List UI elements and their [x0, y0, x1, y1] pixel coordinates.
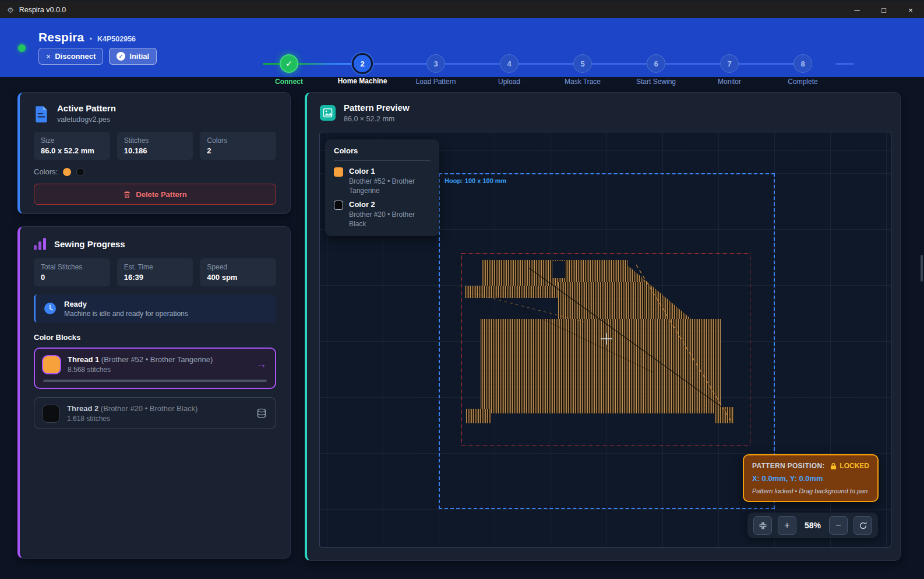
pattern-dimensions: 86.0 × 52.2 mm [344, 115, 410, 123]
preview-canvas[interactable]: Hoop: 100 x 100 mm [319, 132, 891, 548]
stat-label: Total Stitches [41, 263, 103, 271]
thread-2-swatch [43, 405, 59, 422]
stat-label: Stitches [124, 136, 186, 145]
preview-titles: Pattern Preview 86.0 × 52.2 mm [344, 103, 410, 123]
thread-texts: Thread 1 (Brother #52 • Brother Tangerin… [68, 355, 213, 374]
machine-serial: K4P502956 [97, 35, 136, 43]
brand-title: Respira [38, 30, 84, 44]
status-description: Machine is idle and ready for operations [64, 310, 188, 318]
thread-1-progress-bar [43, 380, 267, 382]
pattern-position-overlay: PATTERN POSITION: LOCKED X: 0.0mm, Y: 0.… [743, 454, 879, 502]
thread-row: Thread 1 (Brother #52 • Brother Tangerin… [43, 355, 267, 374]
brand-separator: • [89, 34, 92, 43]
legend-texts: Color 1 Brother #52 • Brother Tangerine [349, 167, 431, 195]
delete-pattern-button[interactable]: Delete Pattern [34, 184, 276, 205]
travel-stitch-lines [461, 253, 750, 445]
titlebar: ⚙ Respira v0.0.0 ─ □ × [0, 2, 924, 18]
close-button[interactable]: × [897, 2, 924, 18]
embroidery-pattern [461, 253, 750, 445]
card-title: Pattern Preview [344, 103, 410, 113]
legend-swatch-orange [334, 167, 343, 177]
zoom-level: 58% [802, 521, 823, 530]
clock-icon [44, 302, 57, 315]
stat-label: Colors [207, 136, 269, 145]
card-title: Active Pattern [57, 103, 116, 113]
legend-color-name: Color 2 [349, 200, 431, 209]
active-pattern-card: Active Pattern valetudogv2.pes Size 86.0… [17, 92, 291, 214]
legend-color-name: Color 1 [349, 167, 431, 176]
minimize-button[interactable]: ─ [844, 2, 870, 18]
color-swatch-orange [63, 168, 71, 176]
reset-view-button[interactable] [854, 516, 872, 535]
zoom-out-button[interactable]: − [829, 516, 848, 535]
step-number: 3 [426, 54, 445, 73]
status-title: Ready [64, 300, 188, 308]
machine-status-box: Ready Machine is idle and ready for oper… [34, 294, 276, 322]
app-title: Respira v0.0.0 [19, 6, 66, 14]
app-window: ⚙ Respira v0.0.0 ─ □ × Respira • K4P5029… [0, 0, 924, 579]
colors-legend: Colors Color 1 Brother #52 • Brother Tan… [325, 139, 439, 236]
legend-title: Colors [334, 146, 431, 155]
window-scrollbar[interactable] [921, 255, 923, 282]
card-title: Sewing Progress [54, 239, 125, 249]
locked-label: LOCKED [840, 462, 869, 470]
left-column: Active Pattern valetudogv2.pes Size 86.0… [17, 92, 291, 559]
legend-color-desc: Brother #52 • Brother Tangerine [349, 177, 431, 195]
legend-item-color-2: Color 2 Brother #20 • Brother Black [334, 200, 431, 229]
position-title: PATTERN POSITION: [752, 462, 825, 470]
colors-label: Colors: [34, 167, 58, 176]
sewing-progress-card: Sewing Progress Total Stitches 0 Est. Ti… [17, 226, 291, 559]
connection-status-dot [18, 44, 26, 52]
pattern-colors-row: Colors: [34, 167, 276, 176]
trash-icon [123, 190, 131, 199]
delete-pattern-label: Delete Pattern [136, 190, 186, 199]
fit-to-view-button[interactable] [753, 516, 772, 535]
thread-stitch-count: 8.568 stitches [68, 366, 213, 374]
pattern-stats: Size 86.0 x 52.2 mm Stitches 10.186 Colo… [34, 132, 276, 160]
step-number: 6 [647, 54, 665, 73]
arrow-right-icon: → [256, 358, 267, 371]
disconnect-button[interactable]: × Disconnect [38, 48, 103, 65]
step-number: 2 [352, 53, 373, 74]
thread-name: Thread 1 [68, 355, 99, 364]
color-swatch-black [76, 168, 84, 176]
check-circle-icon: ✓ [117, 52, 125, 61]
app-header: Respira • K4P502956 × Disconnect ✓ Initi… [0, 18, 924, 77]
step-number: 8 [793, 54, 812, 73]
canvas-center-crosshair [601, 333, 612, 345]
initial-button[interactable]: ✓ Initial [109, 48, 157, 65]
zoom-in-button[interactable]: + [778, 516, 796, 535]
hoop-label: Hoop: 100 x 100 mm [445, 177, 506, 184]
refresh-icon [859, 521, 867, 530]
lock-icon [830, 462, 837, 470]
app-icon: ⚙ [7, 6, 14, 15]
position-hint: Pattern locked • Drag background to pan [752, 487, 869, 494]
maximize-button[interactable]: □ [870, 2, 897, 18]
thread-2-card[interactable]: Thread 2 (Brother #20 • Brother Black) 1… [34, 397, 276, 429]
main-content: Active Pattern valetudogv2.pes Size 86.0… [0, 77, 924, 579]
close-x-icon: × [46, 52, 51, 61]
compress-icon [759, 521, 767, 530]
stat-stitches: Stitches 10.186 [117, 132, 193, 160]
stat-value: 86.0 x 52.2 mm [41, 146, 103, 155]
stat-size: Size 86.0 x 52.2 mm [34, 132, 110, 160]
stat-label: Speed [207, 263, 269, 271]
file-icon [34, 105, 49, 122]
thread-row: Thread 2 (Brother #20 • Brother Black) 1… [43, 404, 267, 423]
legend-texts: Color 2 Brother #20 • Brother Black [349, 200, 431, 229]
color-blocks-heading: Color Blocks [34, 333, 276, 342]
thread-1-swatch [43, 356, 60, 373]
image-icon [320, 105, 336, 121]
preview-header: Pattern Preview 86.0 × 52.2 mm [320, 103, 887, 123]
disconnect-label: Disconnect [55, 52, 96, 61]
pattern-filename: valetudogv2.pes [57, 115, 116, 124]
position-header-row: PATTERN POSITION: LOCKED [752, 462, 869, 470]
thread-detail: (Brother #52 • Brother Tangerine) [101, 355, 213, 364]
stat-value: 0 [41, 273, 103, 282]
thread-1-card[interactable]: Thread 1 (Brother #52 • Brother Tangerin… [34, 348, 276, 389]
header-buttons: × Disconnect ✓ Initial [38, 48, 157, 65]
step-number: 5 [573, 54, 592, 73]
stat-value: 2 [207, 146, 269, 155]
legend-swatch-black [334, 201, 343, 210]
active-pattern-titles: Active Pattern valetudogv2.pes [57, 103, 116, 124]
